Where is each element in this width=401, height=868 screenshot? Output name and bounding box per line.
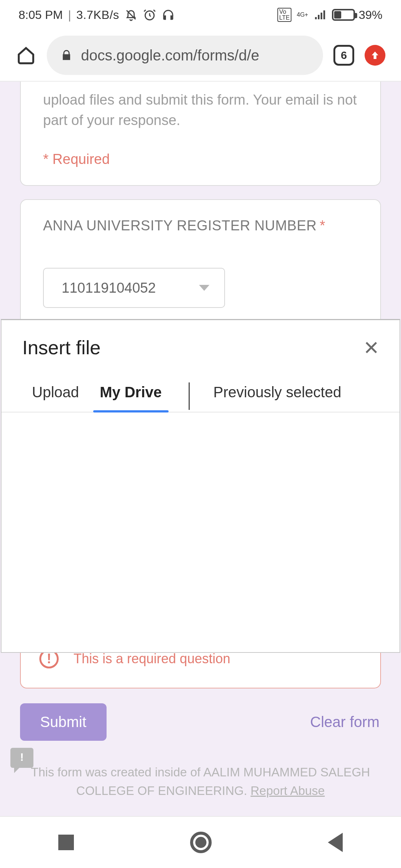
close-button[interactable] <box>362 339 380 356</box>
modal-title: Insert file <box>22 336 101 359</box>
status-bar: 8:05 PM | 3.7KB/s VoLTE 4G+ 39% <box>0 0 401 30</box>
google-forms-brand: Google Forms <box>20 813 381 816</box>
signal-icon <box>313 8 327 22</box>
home-icon <box>16 46 36 65</box>
address-bar[interactable]: docs.google.com/forms/d/e <box>47 36 323 75</box>
lock-icon <box>60 49 73 62</box>
volte-icon: VoLTE <box>277 8 291 22</box>
tab-count: 6 <box>341 49 347 62</box>
tab-previously-selected[interactable]: Previously selected <box>203 378 352 412</box>
report-abuse-link[interactable]: Report Abuse <box>251 784 325 798</box>
modal-header: Insert file <box>1 320 400 368</box>
status-network-speed: 3.7KB/s <box>76 8 119 22</box>
required-indicator: * Required <box>43 151 358 167</box>
battery-icon <box>332 9 355 21</box>
nav-back-button[interactable] <box>328 833 343 852</box>
chevron-down-icon <box>199 285 209 291</box>
network-type-label: 4G+ <box>297 12 308 18</box>
error-message: This is a required question <box>74 651 230 667</box>
page-content: upload files and submit this form. Your … <box>0 82 401 816</box>
question-title: ANNA UNIVERSITY REGISTER NUMBER* <box>43 218 358 234</box>
required-asterisk: * <box>320 218 325 233</box>
tab-my-drive[interactable]: My Drive <box>89 378 172 412</box>
status-clock: 8:05 PM <box>19 8 63 22</box>
url-text: docs.google.com/forms/d/e <box>81 47 259 64</box>
battery-percent: 39% <box>359 8 382 22</box>
question-label-text: ANNA UNIVERSITY REGISTER NUMBER <box>43 218 317 233</box>
arrow-up-icon <box>369 50 381 61</box>
nav-home-button[interactable] <box>190 832 212 853</box>
modal-panel: Insert file Upload My Drive Previously s… <box>1 319 400 653</box>
form-footer-note: This form was created inside of AALIM MU… <box>20 763 381 800</box>
battery-indicator: 39% <box>332 8 382 22</box>
tab-switcher-button[interactable]: 6 <box>333 45 354 66</box>
modal-body[interactable] <box>1 412 400 652</box>
home-button[interactable] <box>16 45 36 66</box>
tab-upload[interactable]: Upload <box>22 378 89 412</box>
nav-recent-button[interactable] <box>58 835 74 850</box>
insert-file-modal: Insert file Upload My Drive Previously s… <box>0 319 401 653</box>
headphones-icon <box>162 8 175 22</box>
modal-tabs: Upload My Drive Previously selected <box>1 368 400 412</box>
form-header-card: upload files and submit this form. Your … <box>20 82 381 186</box>
bell-mute-icon <box>124 8 138 22</box>
form-actions: Submit Clear form <box>20 703 381 741</box>
feedback-button[interactable]: ! <box>10 748 33 768</box>
dropdown-selected-value: 110119104052 <box>62 280 156 296</box>
register-number-dropdown[interactable]: 110119104052 <box>43 268 225 308</box>
status-divider: | <box>68 8 71 22</box>
status-right: VoLTE 4G+ 39% <box>277 8 382 22</box>
nav-bar <box>0 816 401 868</box>
status-left: 8:05 PM | 3.7KB/s <box>19 8 175 22</box>
alarm-icon <box>143 8 156 22</box>
tabs-divider <box>189 382 190 410</box>
form-info-note: upload files and submit this form. Your … <box>43 90 358 131</box>
update-button[interactable] <box>365 45 385 66</box>
question-card: ANNA UNIVERSITY REGISTER NUMBER* 1101191… <box>20 199 381 326</box>
submit-button[interactable]: Submit <box>20 703 107 741</box>
browser-toolbar: docs.google.com/forms/d/e 6 <box>0 30 401 82</box>
feedback-icon: ! <box>20 751 24 763</box>
clear-form-button[interactable]: Clear form <box>310 714 379 730</box>
